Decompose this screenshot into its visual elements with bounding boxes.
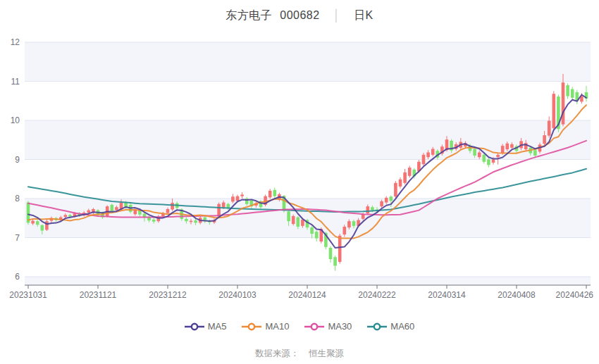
- candle-body: [236, 196, 240, 201]
- x-axis-label: 20231212: [149, 290, 187, 300]
- candle-body: [562, 82, 565, 124]
- candle-body: [510, 144, 514, 148]
- plot-band: [25, 199, 591, 238]
- candle-body: [297, 218, 300, 227]
- y-axis-label: 11: [11, 77, 20, 87]
- y-axis-label: 7: [15, 233, 20, 243]
- chart-legend: MA5MA10MA30MA60: [0, 321, 599, 332]
- candle-body: [552, 94, 556, 128]
- candle-body: [343, 227, 347, 234]
- candle-body: [152, 220, 156, 222]
- candle-body: [115, 207, 118, 210]
- candle-body: [217, 204, 221, 217]
- y-axis-label: 9: [15, 155, 20, 165]
- candle-body: [426, 153, 430, 158]
- plot-band: [25, 42, 591, 82]
- candle-body: [473, 149, 476, 156]
- candle-body: [422, 155, 426, 164]
- candle-body: [333, 257, 337, 265]
- legend-marker-icon: [367, 322, 387, 332]
- candle-body: [273, 190, 277, 196]
- x-axis-label: 20240222: [358, 290, 396, 300]
- x-axis-label: 20240124: [288, 290, 326, 300]
- candle-body: [185, 219, 188, 221]
- candle-body: [380, 201, 383, 206]
- candle-body: [301, 220, 304, 226]
- candle-body: [45, 221, 49, 230]
- candle-body: [190, 221, 193, 222]
- candle-body: [329, 248, 333, 259]
- candle-body: [222, 203, 226, 208]
- candle-body: [371, 207, 374, 210]
- candle-body: [287, 211, 290, 221]
- candle-body: [36, 221, 39, 225]
- candle-body: [352, 221, 356, 226]
- candle-body: [166, 209, 170, 213]
- legend-label: MA10: [265, 321, 289, 332]
- legend-item-ma60[interactable]: MA60: [367, 321, 414, 332]
- candle-body: [310, 227, 314, 234]
- legend-item-ma10[interactable]: MA10: [242, 321, 289, 332]
- candle-body: [240, 194, 244, 196]
- x-axis-label: 20231031: [9, 290, 47, 300]
- legend-marker-icon: [242, 322, 261, 332]
- legend-label: MA5: [208, 321, 227, 332]
- candle-body: [347, 221, 351, 227]
- y-axis-label: 8: [15, 194, 20, 203]
- candle-body: [403, 172, 407, 183]
- candle-body: [68, 215, 72, 216]
- candle-body: [268, 191, 272, 197]
- candle-body: [431, 149, 435, 155]
- candle-body: [394, 183, 397, 196]
- candle-body: [315, 232, 319, 238]
- plot-band: [25, 238, 591, 277]
- candle-body: [487, 160, 490, 165]
- candle-body: [64, 215, 68, 217]
- candle-body: [41, 225, 44, 231]
- x-axis-label: 20240314: [428, 290, 466, 300]
- legend-label: MA60: [390, 321, 414, 332]
- kline-page: 东方电子 000682 │ 日K 67891011122023103120231…: [0, 0, 599, 364]
- candle-body: [506, 144, 510, 149]
- y-axis-label: 12: [11, 37, 20, 47]
- data-source: 数据来源： 恒生聚源: [0, 348, 599, 360]
- candle-body: [111, 205, 114, 211]
- candle-body: [231, 196, 235, 201]
- source-name: 恒生聚源: [309, 349, 344, 358]
- candle-body: [492, 160, 495, 163]
- candle-body: [483, 155, 486, 162]
- candle-body: [385, 198, 388, 203]
- candle-body: [478, 153, 481, 158]
- legend-label: MA30: [328, 321, 352, 332]
- candle-body: [548, 121, 551, 136]
- legend-item-ma5[interactable]: MA5: [185, 321, 227, 332]
- x-axis-label: 20240103: [218, 290, 257, 300]
- kline-chart[interactable]: 6789101112202310312023112120231212202401…: [0, 0, 599, 317]
- candle-body: [566, 85, 569, 96]
- candle-body: [338, 236, 342, 262]
- candle-body: [292, 216, 295, 224]
- legend-marker-icon: [185, 322, 204, 332]
- plot-band: [25, 160, 591, 199]
- y-axis-label: 6: [15, 272, 20, 282]
- plot-band: [25, 277, 591, 285]
- legend-item-ma30[interactable]: MA30: [304, 321, 352, 332]
- candle-body: [543, 135, 546, 144]
- candle-body: [496, 155, 500, 157]
- candle-body: [533, 150, 537, 156]
- candle-body: [194, 220, 197, 222]
- x-axis-label: 20231121: [80, 290, 117, 300]
- source-label: 数据来源：: [255, 349, 300, 358]
- candle-body: [571, 89, 574, 98]
- x-axis-label: 20240426: [556, 290, 594, 300]
- legend-marker-icon: [304, 322, 324, 332]
- candle-body: [366, 206, 370, 213]
- plot-band: [25, 82, 591, 121]
- candle-body: [408, 168, 412, 176]
- candle-body: [171, 203, 174, 209]
- y-axis-label: 10: [11, 115, 20, 125]
- x-axis-label: 20240408: [498, 290, 536, 300]
- candle-body: [399, 180, 402, 187]
- candle-body: [390, 196, 393, 201]
- candle-body: [501, 146, 505, 153]
